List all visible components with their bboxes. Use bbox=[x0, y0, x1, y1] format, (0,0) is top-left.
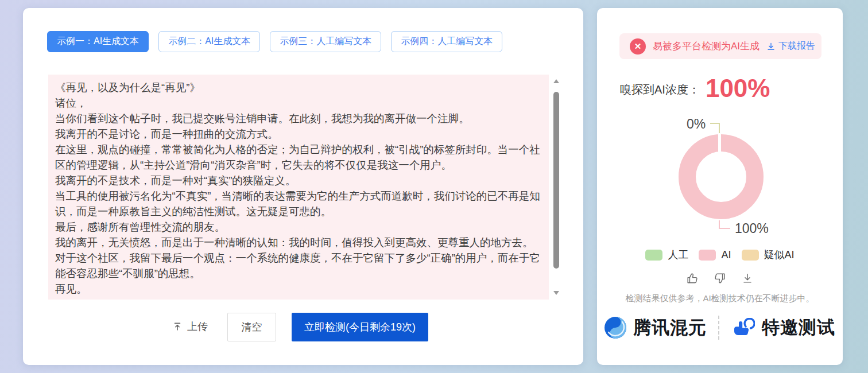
hundred-percent-label: 100% bbox=[735, 221, 769, 236]
legend-item-suspected-ai[interactable]: 疑似AI bbox=[742, 248, 795, 262]
brand-name: 腾讯混元 bbox=[633, 316, 707, 340]
zero-percent-callout-line bbox=[710, 123, 719, 133]
scroll-up-arrow-icon[interactable] bbox=[553, 79, 559, 83]
download-report-label: 下载报告 bbox=[778, 40, 815, 52]
x-circle-icon: ✕ bbox=[630, 38, 646, 55]
result-banner: ✕ 易被多平台检测为AI生成 下载报告 bbox=[619, 33, 822, 59]
legend-item-ai[interactable]: AI bbox=[699, 249, 731, 261]
tab-example-1[interactable]: 示例一：AI生成文本 bbox=[47, 31, 149, 52]
zero-percent-label: 0% bbox=[687, 116, 706, 131]
ai-concentration-label: 嗅探到AI浓度： bbox=[620, 82, 700, 101]
ai-concentration: 嗅探到AI浓度： 100% bbox=[620, 76, 770, 101]
tab-example-2[interactable]: 示例二：AI生成文本 bbox=[158, 31, 260, 52]
text-input-area[interactable]: 《再见，以及为什么是“再见”》 诸位， 当你们看到这个帖子时，我已提交账号注销申… bbox=[48, 75, 560, 300]
donut-zero-slice-gap bbox=[718, 133, 721, 153]
thumb-down-icon[interactable] bbox=[714, 272, 726, 285]
invited-test-hand-icon bbox=[731, 318, 755, 337]
clear-button[interactable]: 清空 bbox=[227, 313, 276, 341]
disclaimer-text: 检测结果仅供参考，AI检测技术仍在不断进步中。 bbox=[597, 293, 843, 304]
chart-legend: 人工 AI 疑似AI bbox=[597, 248, 843, 262]
upload-label: 上传 bbox=[187, 320, 208, 333]
scroll-down-arrow-icon[interactable] bbox=[553, 291, 559, 295]
download-icon bbox=[766, 42, 776, 51]
ai-concentration-value: 100% bbox=[706, 76, 770, 101]
textarea-scrollbar[interactable] bbox=[552, 79, 560, 295]
detection-result-panel: ✕ 易被多平台检测为AI生成 下载报告 嗅探到AI浓度： 100% 0% 100… bbox=[597, 8, 843, 365]
hundred-percent-callout-line bbox=[719, 220, 730, 228]
legend-swatch-human bbox=[645, 250, 662, 261]
donut-ring-ai-segment bbox=[687, 143, 755, 211]
legend-item-human[interactable]: 人工 bbox=[645, 248, 688, 262]
legend-label-suspected-ai: 疑似AI bbox=[764, 248, 795, 262]
legend-swatch-suspected-ai bbox=[742, 250, 759, 261]
detect-button[interactable]: 立即检测(今日剩余19次) bbox=[292, 313, 428, 341]
upload-button[interactable]: 上传 bbox=[172, 320, 208, 333]
brand-footer: 腾讯混元 特邀测试 bbox=[597, 316, 843, 340]
tab-example-3[interactable]: 示例三：人工编写文本 bbox=[270, 31, 381, 52]
feedback-row bbox=[597, 272, 843, 285]
download-result-icon[interactable] bbox=[741, 272, 754, 285]
detector-input-panel: 示例一：AI生成文本 示例二：AI生成文本 示例三：人工编写文本 示例四：人工编… bbox=[23, 8, 583, 365]
upload-icon bbox=[172, 321, 183, 332]
scrollbar-thumb[interactable] bbox=[553, 92, 559, 269]
footer-divider bbox=[718, 316, 719, 340]
thumb-up-icon[interactable] bbox=[686, 272, 699, 285]
download-report-link[interactable]: 下载报告 bbox=[766, 40, 815, 52]
legend-swatch-ai bbox=[699, 250, 716, 261]
tab-example-4[interactable]: 示例四：人工编写文本 bbox=[391, 31, 502, 52]
essay-text[interactable]: 《再见，以及为什么是“再见”》 诸位， 当你们看到这个帖子时，我已提交账号注销申… bbox=[48, 75, 549, 300]
result-banner-text: 易被多平台检测为AI生成 bbox=[653, 40, 760, 53]
invited-test-label: 特邀测试 bbox=[762, 316, 835, 340]
example-tabs: 示例一：AI生成文本 示例二：AI生成文本 示例三：人工编写文本 示例四：人工编… bbox=[47, 31, 502, 52]
hunyuan-logo-icon bbox=[604, 317, 626, 339]
legend-label-ai: AI bbox=[721, 249, 731, 261]
ai-ratio-donut-chart: 0% 100% bbox=[631, 111, 804, 243]
legend-label-human: 人工 bbox=[668, 248, 688, 262]
